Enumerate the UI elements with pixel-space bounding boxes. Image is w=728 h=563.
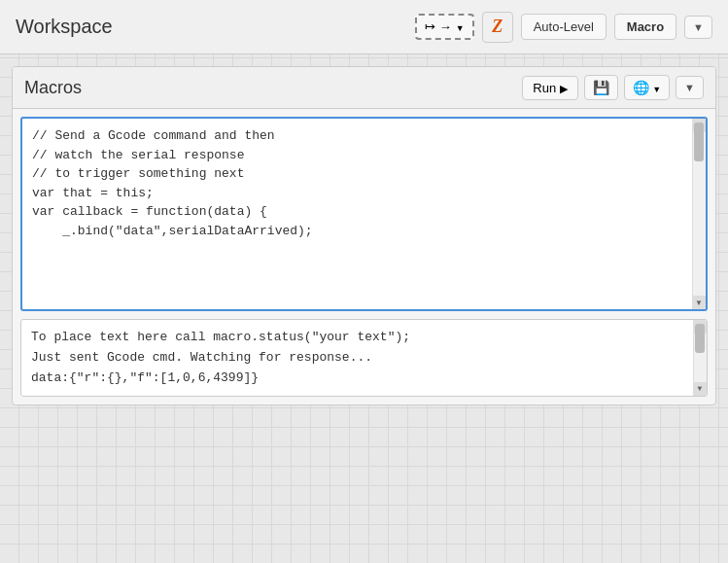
macro-dropdown-arrow-icon: ▼ [693,21,704,33]
main-content: Macros Run 💾 🌐 ▼ // Send a G [0,54,728,563]
globe-icon: 🌐 [633,80,649,95]
send-button[interactable]: ↦ → [415,14,474,40]
status-scrollbar-thumb[interactable] [695,324,705,353]
status-scrollbar-down-icon[interactable]: ▼ [693,382,707,396]
macro-button[interactable]: Macro [614,14,676,40]
status-line-2: Just sent Gcode cmd. Watching for respon… [31,348,697,369]
autolevel-button[interactable]: Auto-Level [521,14,607,40]
status-output-panel: To place text here call macro.status("yo… [20,319,708,397]
status-line-3: data:{"r":{},"f":[1,0,6,4399]} [31,369,697,389]
code-editor-scrollbar: ▲ ▼ [692,119,706,309]
code-editor[interactable]: // Send a Gcode command and then // watc… [22,119,706,309]
main-toolbar: Workspace ↦ → Z Auto-Level Macro ▼ [0,0,728,54]
macros-panel: Macros Run 💾 🌐 ▼ // Send a G [12,66,716,405]
macro-dropdown-button[interactable]: ▼ [684,16,712,39]
send-arrows-icon: → [439,19,452,34]
status-line-1: To place text here call macro.status("yo… [31,328,697,348]
globe-dropdown-button[interactable]: 🌐 [624,75,670,100]
save-button[interactable]: 💾 [584,75,618,100]
macros-extra-dropdown-button[interactable]: ▼ [676,76,704,99]
macros-header: Macros Run 💾 🌐 ▼ [13,67,715,109]
macros-extra-arrow-icon: ▼ [684,82,695,93]
send-dropdown-arrow-icon [456,19,465,34]
code-scrollbar-thumb[interactable] [694,123,704,161]
macros-toolbar: Run 💾 🌐 ▼ [522,75,704,100]
status-scrollbar: ▲ ▼ [693,320,707,396]
send-icon: ↦ [425,19,435,34]
globe-dropdown-arrow-icon [652,80,661,95]
code-scrollbar-down-icon[interactable]: ▼ [692,296,706,309]
z-logo-icon: Z [492,17,503,37]
workspace-title: Workspace [16,16,113,38]
z-icon-button[interactable]: Z [482,12,513,43]
code-editor-container: // Send a Gcode command and then // watc… [20,117,708,311]
run-button[interactable]: Run [522,76,578,100]
save-icon: 💾 [593,80,609,95]
run-play-icon [560,81,568,95]
macros-title: Macros [24,78,522,98]
